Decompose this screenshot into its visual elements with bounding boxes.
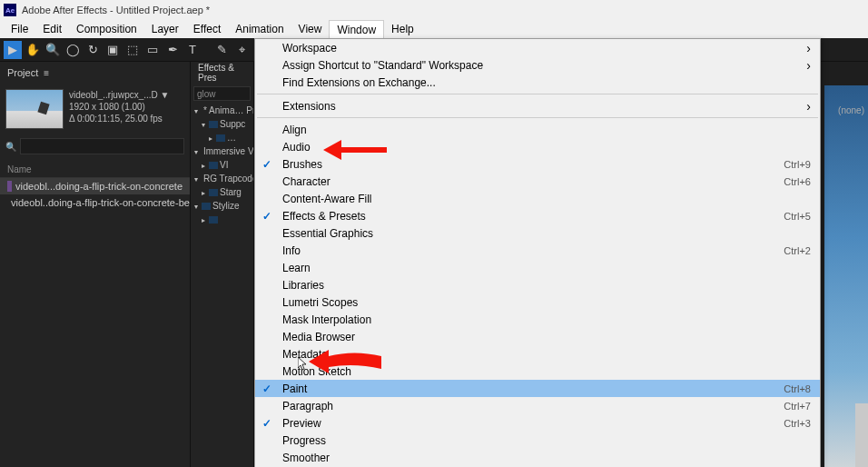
title-app: Adobe After Effects: [22, 5, 107, 15]
window-menu-dropdown: WorkspaceAssign Shortcut to "Standard" W…: [254, 38, 821, 467]
none-label: (none): [838, 105, 864, 115]
menu-file[interactable]: File: [4, 20, 35, 38]
menu-item-label: Audio: [282, 141, 311, 154]
window-menu-smoother[interactable]: Smoother: [255, 449, 820, 466]
menu-item-label: Preview: [282, 417, 321, 430]
camera-tool-icon[interactable]: ▣: [104, 41, 122, 59]
menu-item-label: Progress: [282, 434, 326, 447]
menu-window[interactable]: Window: [329, 20, 384, 38]
menu-item-shortcut: Ctrl+7: [784, 401, 811, 412]
pen-tool-icon[interactable]: ✒: [163, 41, 182, 59]
menu-item-label: Libraries: [282, 279, 324, 292]
project-list-header[interactable]: Name: [0, 162, 190, 178]
window-menu-extensions[interactable]: Extensions: [255, 97, 820, 114]
effects-tree-item[interactable]: Immersive V: [191, 144, 253, 158]
annotation-arrow-paint: [309, 346, 381, 383]
window-menu-paragraph[interactable]: ParagraphCtrl+7: [255, 397, 820, 414]
menu-item-label: Character: [282, 175, 330, 188]
menu-item-shortcut: Ctrl+5: [784, 211, 811, 222]
window-menu-preview[interactable]: ✓PreviewCtrl+3: [255, 414, 820, 432]
menu-item-label: Mask Interpolation: [282, 313, 371, 326]
menu-item-shortcut: Ctrl+8: [784, 383, 811, 394]
menu-help[interactable]: Help: [384, 20, 421, 38]
effects-tree-item[interactable]: VI: [191, 158, 253, 172]
menu-composition[interactable]: Composition: [69, 20, 144, 38]
brush-tool-icon[interactable]: ✎: [212, 41, 231, 59]
menu-edit[interactable]: Edit: [35, 20, 69, 38]
project-metadata: videobl_..rjuwpcx_...D ▼ 1920 x 1080 (1.…: [69, 89, 170, 129]
menu-item-label: Media Browser: [282, 331, 355, 343]
check-icon: ✓: [262, 210, 271, 223]
effects-tree-item[interactable]: Stylize: [191, 199, 253, 213]
menu-animation[interactable]: Animation: [228, 20, 291, 38]
menu-effect[interactable]: Effect: [186, 20, 228, 38]
project-panel: Project ≡ videobl_..rjuwpcx_...D ▼ 1920 …: [0, 62, 191, 467]
menu-item-label: Assign Shortcut to "Standard" Workspace: [282, 59, 483, 72]
window-menu-libraries[interactable]: Libraries: [255, 276, 820, 293]
project-tab-label: Project: [7, 67, 38, 78]
menu-item-label: Align: [282, 124, 307, 136]
type-tool-icon[interactable]: T: [183, 41, 202, 59]
zoom-tool-icon[interactable]: 🔍: [44, 41, 62, 59]
menu-item-shortcut: Ctrl+6: [784, 176, 811, 187]
menu-layer[interactable]: Layer: [144, 20, 186, 38]
window-menu-character[interactable]: CharacterCtrl+6: [255, 173, 820, 190]
menu-item-label: Lumetri Scopes: [282, 296, 358, 309]
project-row[interactable]: videobl...doing-a-flip-trick-on-concrete: [0, 178, 190, 194]
project-asset-list: Name videobl...doing-a-flip-trick-on-con…: [0, 158, 190, 211]
menu-item-label: Effects & Presets: [282, 210, 366, 223]
ae-app-icon: Ae: [4, 4, 16, 16]
project-search-input[interactable]: [20, 138, 184, 154]
window-menu-media-browser[interactable]: Media Browser: [255, 328, 820, 345]
window-menu-find-extensions-on-exchange-[interactable]: Find Extensions on Exchange...: [255, 74, 820, 91]
effects-tree-item[interactable]: Suppc: [191, 117, 253, 131]
panel-menu-icon[interactable]: ≡: [44, 68, 49, 78]
window-menu-lumetri-scopes[interactable]: Lumetri Scopes: [255, 293, 820, 311]
project-row[interactable]: videobl..doing-a-flip-trick-on-concrete-…: [0, 194, 190, 211]
preview-fragment: [824, 85, 868, 467]
menu-view[interactable]: View: [291, 20, 330, 38]
menu-item-label: Content-Aware Fill: [282, 193, 371, 205]
window-menu-progress[interactable]: Progress: [255, 432, 820, 449]
menubar: FileEditCompositionLayerEffectAnimationV…: [0, 20, 868, 38]
orbit-tool-icon[interactable]: ◯: [64, 41, 82, 59]
cursor-icon: [298, 357, 309, 374]
window-menu-workspace[interactable]: Workspace: [255, 39, 820, 56]
effects-tree-item[interactable]: Starg: [191, 185, 253, 199]
window-menu-content-aware-fill[interactable]: Content-Aware Fill: [255, 190, 820, 207]
rotate-tool-icon[interactable]: ↻: [84, 41, 102, 59]
clone-tool-icon[interactable]: ⌖: [232, 41, 251, 59]
window-menu-mask-interpolation[interactable]: Mask Interpolation: [255, 311, 820, 328]
menu-item-label: Extensions: [282, 100, 336, 113]
menu-item-label: Find Extensions on Exchange...: [282, 76, 436, 89]
comp-icon: [7, 181, 12, 192]
effects-panel-tab[interactable]: Effects & Pres: [191, 62, 253, 84]
title-project: Untitled Project.aep *: [116, 5, 210, 15]
window-menu-info[interactable]: InfoCtrl+2: [255, 242, 820, 259]
window-menu-essential-graphics[interactable]: Essential Graphics: [255, 224, 820, 242]
annotation-arrow-brushes: [323, 134, 387, 169]
hand-tool-icon[interactable]: ✋: [24, 41, 42, 59]
menu-item-label: Paragraph: [282, 400, 333, 412]
project-row-label: videobl...doing-a-flip-trick-on-concrete: [15, 181, 182, 192]
search-icon: 🔍: [5, 142, 16, 152]
check-icon: ✓: [262, 417, 271, 430]
effects-tree-item[interactable]: * Anima… Pre: [191, 104, 253, 117]
menu-item-shortcut: Ctrl+2: [784, 245, 811, 256]
effects-search-input[interactable]: [193, 86, 251, 101]
project-thumbnail: [5, 89, 64, 129]
pan-behind-tool-icon[interactable]: ⬚: [123, 41, 142, 59]
effects-tree-item[interactable]: [191, 213, 253, 226]
menu-item-label: Info: [282, 244, 301, 257]
project-row-label: videobl..doing-a-flip-trick-on-concrete-…: [11, 197, 190, 208]
window-menu-effects-presets[interactable]: ✓Effects & PresetsCtrl+5: [255, 207, 820, 224]
check-icon: ✓: [262, 383, 271, 395]
project-panel-tab[interactable]: Project ≡: [0, 62, 190, 84]
effects-tree-item[interactable]: RG Trapcode: [191, 172, 253, 185]
window-menu-assign-shortcut-to-standard-workspace[interactable]: Assign Shortcut to "Standard" Workspace: [255, 56, 820, 74]
window-menu-learn[interactable]: Learn: [255, 259, 820, 276]
selection-tool-icon[interactable]: ▶: [4, 41, 22, 59]
menu-item-shortcut: Ctrl+3: [784, 418, 811, 429]
rect-tool-icon[interactable]: ▭: [143, 41, 162, 59]
effects-tree-item[interactable]: …: [191, 131, 253, 144]
